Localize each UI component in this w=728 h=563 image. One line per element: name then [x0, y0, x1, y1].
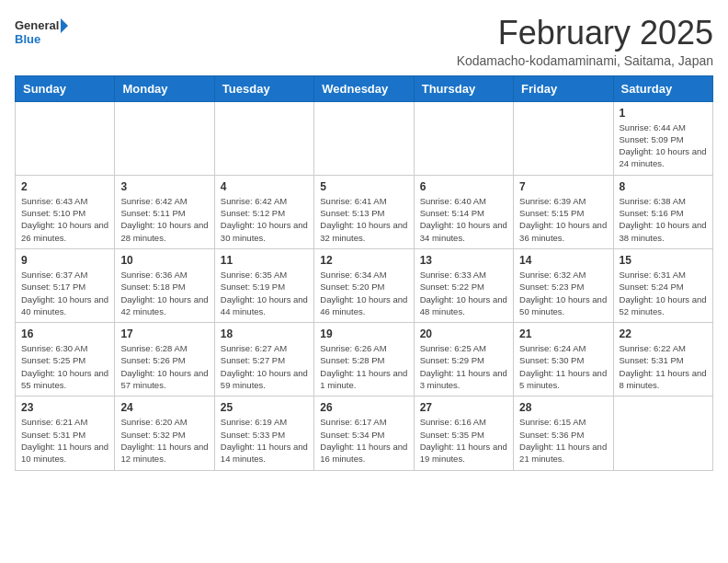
logo-svg: General Blue — [15, 15, 70, 48]
day-number: 6 — [420, 180, 507, 193]
calendar-cell: 2Sunrise: 6:43 AM Sunset: 5:10 PM Daylig… — [16, 175, 115, 248]
day-info: Sunrise: 6:25 AM Sunset: 5:29 PM Dayligh… — [420, 342, 507, 391]
day-info: Sunrise: 6:21 AM Sunset: 5:31 PM Dayligh… — [21, 416, 108, 465]
calendar-cell: 26Sunrise: 6:17 AM Sunset: 5:34 PM Dayli… — [314, 396, 414, 470]
weekday-header-friday: Friday — [514, 75, 613, 101]
day-number: 27 — [420, 401, 507, 414]
weekday-header-sunday: Sunday — [16, 75, 115, 101]
calendar-cell — [514, 101, 613, 175]
calendar-cell — [314, 101, 414, 175]
day-number: 19 — [320, 327, 407, 340]
day-number: 17 — [120, 327, 208, 340]
day-number: 20 — [420, 327, 507, 340]
day-number: 13 — [420, 254, 507, 267]
day-number: 1 — [620, 107, 707, 120]
day-number: 8 — [620, 180, 707, 193]
calendar-cell: 12Sunrise: 6:34 AM Sunset: 5:20 PM Dayli… — [314, 248, 414, 322]
calendar-cell: 21Sunrise: 6:24 AM Sunset: 5:30 PM Dayli… — [514, 323, 613, 396]
day-info: Sunrise: 6:16 AM Sunset: 5:35 PM Dayligh… — [420, 416, 507, 465]
week-row-0: 1Sunrise: 6:44 AM Sunset: 5:09 PM Daylig… — [16, 101, 713, 175]
day-info: Sunrise: 6:34 AM Sunset: 5:20 PM Dayligh… — [320, 269, 407, 317]
day-info: Sunrise: 6:19 AM Sunset: 5:33 PM Dayligh… — [221, 416, 308, 465]
calendar-cell: 10Sunrise: 6:36 AM Sunset: 5:18 PM Dayli… — [115, 248, 214, 322]
calendar-cell — [16, 101, 115, 175]
day-number: 12 — [320, 254, 407, 267]
weekday-header-saturday: Saturday — [613, 75, 712, 101]
day-info: Sunrise: 6:33 AM Sunset: 5:22 PM Dayligh… — [420, 269, 507, 317]
calendar-cell — [414, 101, 513, 175]
day-number: 14 — [519, 254, 607, 267]
svg-text:General: General — [15, 18, 59, 32]
calendar-cell: 3Sunrise: 6:42 AM Sunset: 5:11 PM Daylig… — [115, 175, 214, 248]
day-info: Sunrise: 6:39 AM Sunset: 5:15 PM Dayligh… — [519, 195, 607, 244]
calendar-cell: 19Sunrise: 6:26 AM Sunset: 5:28 PM Dayli… — [314, 323, 414, 396]
day-info: Sunrise: 6:42 AM Sunset: 5:12 PM Dayligh… — [221, 195, 308, 244]
logo: General Blue — [15, 15, 70, 48]
day-number: 21 — [519, 327, 607, 340]
calendar-cell: 14Sunrise: 6:32 AM Sunset: 5:23 PM Dayli… — [514, 248, 613, 322]
day-info: Sunrise: 6:27 AM Sunset: 5:27 PM Dayligh… — [221, 342, 308, 391]
day-info: Sunrise: 6:35 AM Sunset: 5:19 PM Dayligh… — [221, 269, 308, 317]
day-info: Sunrise: 6:20 AM Sunset: 5:32 PM Dayligh… — [120, 416, 208, 465]
week-row-1: 2Sunrise: 6:43 AM Sunset: 5:10 PM Daylig… — [16, 175, 713, 248]
calendar-cell: 1Sunrise: 6:44 AM Sunset: 5:09 PM Daylig… — [613, 101, 712, 175]
svg-marker-2 — [61, 18, 68, 33]
calendar-body: 1Sunrise: 6:44 AM Sunset: 5:09 PM Daylig… — [16, 101, 713, 470]
week-row-3: 16Sunrise: 6:30 AM Sunset: 5:25 PM Dayli… — [16, 323, 713, 396]
day-info: Sunrise: 6:15 AM Sunset: 5:36 PM Dayligh… — [519, 416, 607, 465]
header: General Blue February 2025 Kodamacho-kod… — [15, 15, 713, 68]
day-number: 16 — [21, 327, 108, 340]
day-info: Sunrise: 6:30 AM Sunset: 5:25 PM Dayligh… — [21, 342, 108, 391]
day-number: 26 — [320, 401, 407, 414]
day-number: 7 — [519, 180, 607, 193]
svg-text:Blue: Blue — [15, 32, 40, 46]
day-number: 24 — [120, 401, 208, 414]
calendar-cell: 28Sunrise: 6:15 AM Sunset: 5:36 PM Dayli… — [514, 396, 613, 470]
calendar-cell: 5Sunrise: 6:41 AM Sunset: 5:13 PM Daylig… — [314, 175, 414, 248]
day-info: Sunrise: 6:32 AM Sunset: 5:23 PM Dayligh… — [519, 269, 607, 317]
calendar-cell: 22Sunrise: 6:22 AM Sunset: 5:31 PM Dayli… — [613, 323, 712, 396]
day-number: 15 — [620, 254, 707, 267]
calendar-cell — [214, 101, 313, 175]
weekday-header-tuesday: Tuesday — [214, 75, 313, 101]
calendar-cell: 6Sunrise: 6:40 AM Sunset: 5:14 PM Daylig… — [414, 175, 513, 248]
day-info: Sunrise: 6:41 AM Sunset: 5:13 PM Dayligh… — [320, 195, 407, 244]
day-info: Sunrise: 6:38 AM Sunset: 5:16 PM Dayligh… — [620, 195, 707, 244]
day-info: Sunrise: 6:24 AM Sunset: 5:30 PM Dayligh… — [519, 342, 607, 391]
day-number: 18 — [221, 327, 308, 340]
day-number: 25 — [221, 401, 308, 414]
calendar-cell: 9Sunrise: 6:37 AM Sunset: 5:17 PM Daylig… — [16, 248, 115, 322]
calendar-cell: 23Sunrise: 6:21 AM Sunset: 5:31 PM Dayli… — [16, 396, 115, 470]
weekday-header-thursday: Thursday — [414, 75, 513, 101]
calendar-cell: 18Sunrise: 6:27 AM Sunset: 5:27 PM Dayli… — [214, 323, 313, 396]
day-info: Sunrise: 6:43 AM Sunset: 5:10 PM Dayligh… — [21, 195, 108, 244]
calendar-header: SundayMondayTuesdayWednesdayThursdayFrid… — [16, 75, 713, 101]
calendar-cell: 4Sunrise: 6:42 AM Sunset: 5:12 PM Daylig… — [214, 175, 313, 248]
week-row-4: 23Sunrise: 6:21 AM Sunset: 5:31 PM Dayli… — [16, 396, 713, 470]
calendar-table: SundayMondayTuesdayWednesdayThursdayFrid… — [15, 75, 713, 471]
day-number: 23 — [21, 401, 108, 414]
calendar-cell: 20Sunrise: 6:25 AM Sunset: 5:29 PM Dayli… — [414, 323, 513, 396]
calendar-title: February 2025 — [457, 15, 713, 52]
calendar-cell — [613, 396, 712, 470]
day-number: 28 — [519, 401, 607, 414]
day-number: 3 — [120, 180, 208, 193]
calendar-cell: 16Sunrise: 6:30 AM Sunset: 5:25 PM Dayli… — [16, 323, 115, 396]
calendar-cell — [115, 101, 214, 175]
day-number: 2 — [21, 180, 108, 193]
weekday-header-wednesday: Wednesday — [314, 75, 414, 101]
day-number: 11 — [221, 254, 308, 267]
calendar-cell: 25Sunrise: 6:19 AM Sunset: 5:33 PM Dayli… — [214, 396, 313, 470]
weekday-header-monday: Monday — [115, 75, 214, 101]
calendar-subtitle: Kodamacho-kodamaminami, Saitama, Japan — [457, 53, 713, 68]
day-info: Sunrise: 6:40 AM Sunset: 5:14 PM Dayligh… — [420, 195, 507, 244]
day-number: 9 — [21, 254, 108, 267]
title-area: February 2025 Kodamacho-kodamaminami, Sa… — [457, 15, 713, 68]
day-number: 22 — [620, 327, 707, 340]
calendar-cell: 7Sunrise: 6:39 AM Sunset: 5:15 PM Daylig… — [514, 175, 613, 248]
calendar-cell: 8Sunrise: 6:38 AM Sunset: 5:16 PM Daylig… — [613, 175, 712, 248]
day-info: Sunrise: 6:44 AM Sunset: 5:09 PM Dayligh… — [620, 121, 707, 170]
day-info: Sunrise: 6:36 AM Sunset: 5:18 PM Dayligh… — [120, 269, 208, 317]
calendar-cell: 17Sunrise: 6:28 AM Sunset: 5:26 PM Dayli… — [115, 323, 214, 396]
day-info: Sunrise: 6:26 AM Sunset: 5:28 PM Dayligh… — [320, 342, 407, 391]
